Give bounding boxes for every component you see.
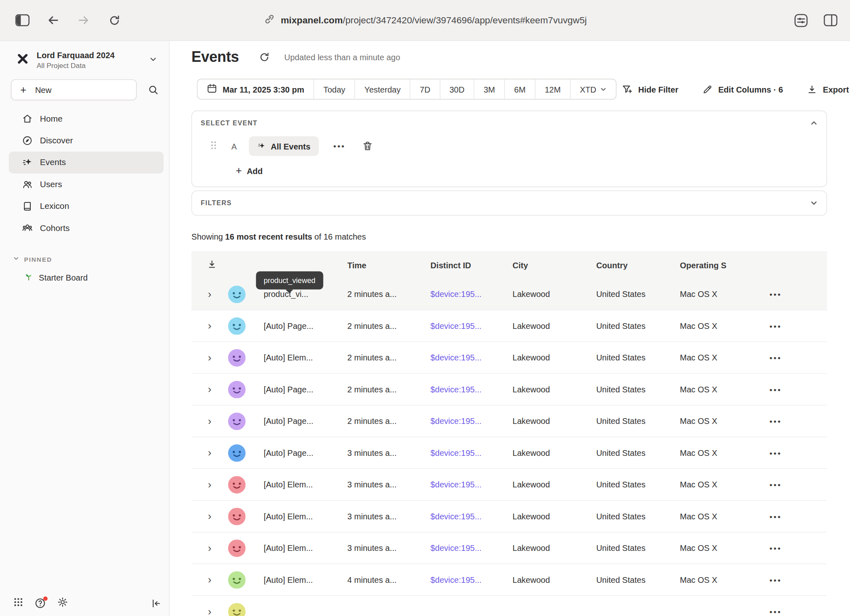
os-cell: Mac OS X: [680, 480, 763, 489]
date-range-control: Mar 11, 2025 3:30 pm Today Yesterday 7D …: [197, 79, 617, 100]
sidebar-item-label: Lexicon: [40, 202, 69, 211]
refresh-icon[interactable]: [259, 52, 270, 63]
event-avatar-icon: [222, 285, 251, 303]
row-actions-button[interactable]: •••: [763, 544, 827, 552]
row-actions-button[interactable]: •••: [763, 322, 827, 330]
row-expand-chevron[interactable]: ›: [192, 416, 222, 426]
row-actions-button[interactable]: •••: [763, 290, 827, 298]
workspace-switcher[interactable]: Lord Farquaad 2024 All Project Data: [0, 41, 169, 75]
sidebar-toggle-icon[interactable]: [15, 13, 30, 28]
sidebar-item-cohorts[interactable]: Cohorts: [9, 217, 163, 239]
city-cell: Lakewood: [513, 417, 596, 426]
row-actions-button[interactable]: •••: [763, 448, 827, 457]
city-cell: Lakewood: [513, 385, 596, 394]
distinct-id-link[interactable]: $device:195...: [430, 353, 512, 362]
event-avatar-icon: [222, 380, 251, 398]
pin-column-icon[interactable]: [192, 260, 222, 270]
split-view-icon[interactable]: [823, 13, 838, 28]
search-button[interactable]: [142, 79, 165, 100]
distinct-id-link[interactable]: $device:195...: [430, 512, 512, 521]
range-6m-button[interactable]: 6M: [504, 79, 535, 99]
sidebar-item-users[interactable]: Users: [9, 173, 163, 195]
sidebar-item-discover[interactable]: Discover: [9, 130, 163, 152]
table-row[interactable]: › [Auto] Elem... 3 minutes a... $device:…: [192, 500, 827, 532]
trash-icon[interactable]: [362, 140, 373, 152]
event-options-button[interactable]: •••: [333, 142, 346, 150]
time-cell: 3 minutes a...: [347, 512, 430, 521]
chevron-down-icon[interactable]: [810, 199, 818, 207]
row-expand-chevron[interactable]: ›: [192, 511, 222, 521]
row-actions-button[interactable]: •••: [763, 480, 827, 489]
extensions-icon[interactable]: [793, 13, 808, 28]
distinct-id-link[interactable]: $device:195...: [430, 544, 512, 553]
gear-icon[interactable]: [57, 596, 68, 610]
event-name-cell: [Auto] Elem...: [252, 353, 348, 362]
table-row[interactable]: › •••: [192, 596, 827, 616]
chevron-up-icon[interactable]: [810, 119, 818, 127]
time-cell: 2 minutes a...: [347, 353, 430, 362]
row-expand-chevron[interactable]: ›: [192, 575, 222, 585]
range-today-button[interactable]: Today: [314, 79, 355, 99]
row-actions-button[interactable]: •••: [763, 353, 827, 362]
updated-status: Updated less than a minute ago: [284, 52, 400, 62]
apps-grid-icon[interactable]: [13, 597, 23, 609]
sidebar-item-home[interactable]: Home: [9, 108, 163, 129]
table-row[interactable]: › [Auto] Elem... 4 minutes a... $device:…: [192, 564, 827, 596]
distinct-id-link[interactable]: $device:195...: [430, 385, 512, 394]
date-picker-button[interactable]: Mar 11, 2025 3:30 pm: [197, 79, 314, 99]
sidebar-item-events[interactable]: Events: [9, 152, 163, 173]
row-expand-chevron[interactable]: ›: [192, 384, 222, 394]
all-events-button[interactable]: All Events: [249, 136, 319, 156]
table-row[interactable]: › [Auto] Page... 2 minutes a... $device:…: [192, 310, 827, 342]
row-actions-button[interactable]: •••: [763, 575, 827, 584]
drag-handle-icon[interactable]: [210, 140, 217, 152]
country-cell: United States: [596, 321, 680, 331]
row-expand-chevron[interactable]: ›: [192, 606, 222, 616]
help-button[interactable]: [34, 598, 46, 609]
row-expand-chevron[interactable]: ›: [192, 289, 222, 299]
forward-icon[interactable]: [76, 13, 91, 28]
table-row[interactable]: › [Auto] Elem... 2 minutes a... $device:…: [192, 342, 827, 374]
address-bar[interactable]: mixpanel.com/project/3472420/view/397469…: [263, 14, 587, 27]
range-yesterday-button[interactable]: Yesterday: [355, 79, 410, 99]
distinct-id-link[interactable]: $device:195...: [430, 480, 512, 489]
distinct-id-link[interactable]: $device:195...: [430, 321, 512, 331]
city-cell: Lakewood: [513, 544, 596, 553]
hide-filter-button[interactable]: Hide Filter: [622, 84, 678, 95]
back-icon[interactable]: [45, 13, 61, 28]
row-expand-chevron[interactable]: ›: [192, 321, 222, 331]
row-actions-button[interactable]: •••: [763, 385, 827, 394]
new-button[interactable]: + New: [11, 79, 137, 100]
distinct-id-link[interactable]: $device:195...: [430, 448, 512, 457]
collapse-sidebar-icon[interactable]: [150, 598, 161, 609]
sidebar-item-starter-board[interactable]: Starter Board: [24, 272, 169, 283]
row-actions-button[interactable]: •••: [763, 417, 827, 425]
edit-columns-button[interactable]: Edit Columns · 6: [702, 84, 783, 94]
table-row[interactable]: › [Auto] Elem... 3 minutes a... $device:…: [192, 532, 827, 564]
row-expand-chevron[interactable]: ›: [192, 479, 222, 489]
date-toolbar: Mar 11, 2025 3:30 pm Today Yesterday 7D …: [197, 79, 850, 100]
add-event-button[interactable]: + Add: [236, 165, 818, 177]
table-row[interactable]: › [Auto] Page... 3 minutes a... $device:…: [192, 437, 827, 469]
distinct-id-link[interactable]: $device:195...: [430, 290, 512, 299]
row-actions-button[interactable]: •••: [763, 512, 827, 521]
table-row[interactable]: › [Auto] Page... 2 minutes a... $device:…: [192, 374, 827, 405]
range-xtd-button[interactable]: XTD: [570, 79, 616, 99]
range-12m-button[interactable]: 12M: [535, 79, 570, 99]
row-expand-chevron[interactable]: ›: [192, 543, 222, 553]
reload-icon[interactable]: [107, 13, 122, 28]
export-button[interactable]: Export: [807, 84, 849, 94]
range-30d-button[interactable]: 30D: [440, 79, 474, 99]
row-expand-chevron[interactable]: ›: [192, 352, 222, 362]
range-3m-button[interactable]: 3M: [474, 79, 504, 99]
distinct-id-link[interactable]: $device:195...: [430, 575, 512, 584]
table-body: › product_vi... 2 minutes a... $device:1…: [192, 279, 827, 616]
range-7d-button[interactable]: 7D: [410, 79, 439, 99]
pinned-section-header[interactable]: PINNED: [13, 256, 169, 263]
distinct-id-link[interactable]: $device:195...: [430, 417, 512, 426]
table-row[interactable]: › [Auto] Page... 2 minutes a... $device:…: [192, 405, 827, 437]
row-expand-chevron[interactable]: ›: [192, 448, 222, 458]
row-actions-button[interactable]: •••: [763, 607, 827, 616]
sidebar-item-lexicon[interactable]: Lexicon: [9, 195, 163, 217]
table-row[interactable]: › [Auto] Elem... 3 minutes a... $device:…: [192, 469, 827, 500]
